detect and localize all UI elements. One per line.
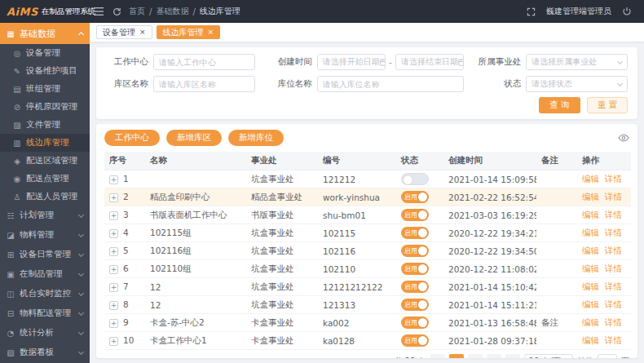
status-toggle[interactable] — [401, 173, 429, 185]
sidebar-section[interactable]: ▧ 数据看板 — [0, 343, 90, 362]
page-button-3[interactable]: 3 — [487, 354, 501, 358]
detail-link[interactable]: 详情 — [605, 263, 622, 273]
page-button-2[interactable]: 2 — [468, 354, 483, 358]
work-center-button[interactable]: 工作中心 — [104, 130, 160, 146]
logout-button[interactable] — [618, 0, 636, 23]
sidebar-section[interactable]: ◫ 机台实时监控 — [0, 284, 90, 303]
edit-link[interactable]: 编辑 — [582, 263, 599, 273]
detail-link[interactable]: 详情 — [605, 228, 622, 237]
fullscreen-button[interactable] — [522, 0, 540, 23]
sidebar-subitem[interactable]: ♙ 配送人员管理 — [0, 188, 90, 206]
status-select[interactable]: 请选择状态 — [526, 76, 628, 92]
row-division: 书版事业处 — [246, 206, 318, 224]
expand-row-button[interactable]: + — [109, 247, 118, 256]
page-size-select[interactable]: 10 条/页 — [524, 354, 573, 358]
close-icon[interactable]: × — [139, 29, 146, 36]
sidebar-subitem[interactable]: ▥ 线边库管理 — [0, 134, 90, 152]
expand-row-button[interactable]: + — [109, 265, 118, 274]
end-date-input[interactable]: 请选择结束日期 — [395, 54, 464, 70]
user-name[interactable]: 巍建管理端管理员 — [546, 6, 611, 17]
add-warehouse-area-button[interactable]: 新增库区 — [166, 130, 222, 146]
edit-link[interactable]: 编辑 — [582, 174, 599, 184]
sidebar-subitem[interactable]: ◉ 配送点管理 — [0, 170, 90, 188]
expand-row-button[interactable]: + — [109, 283, 118, 292]
status-toggle[interactable]: 启用 — [401, 227, 429, 239]
expand-row-button[interactable]: + — [109, 211, 118, 220]
expand-row-button[interactable]: + — [109, 301, 118, 310]
status-toggle[interactable]: 启用 — [401, 191, 429, 203]
sidebar-section[interactable]: ◪ 物料管理 — [0, 225, 90, 245]
sidebar-subitem[interactable]: ▤ 班组管理 — [0, 80, 90, 98]
tab-device-management[interactable]: 设备管理 × — [96, 25, 152, 39]
warehouse-location-input[interactable] — [317, 76, 465, 92]
division-select[interactable]: 请选择所属事业处 — [526, 54, 628, 70]
jump-label: 前往 — [577, 356, 593, 358]
detail-link[interactable]: 详情 — [605, 281, 622, 291]
warehouse-area-input[interactable] — [153, 76, 255, 92]
close-icon[interactable]: × — [208, 29, 214, 36]
status-toggle[interactable]: 启用 — [401, 281, 429, 293]
field-division: 所属事业处 请选择所属事业处 — [475, 54, 628, 70]
chevron-down-icon — [617, 58, 623, 64]
page-button-1[interactable]: 1 — [449, 354, 464, 358]
detail-link[interactable]: 详情 — [605, 174, 622, 184]
next-page-button[interactable] — [505, 354, 520, 358]
detail-link[interactable]: 详情 — [605, 299, 622, 309]
status-toggle[interactable]: 启用 — [401, 209, 429, 221]
edit-link[interactable]: 编辑 — [582, 335, 599, 345]
sidebar-subitem[interactable]: ▨ 文件管理 — [0, 116, 90, 134]
status-toggle-label: 启用 — [404, 246, 417, 255]
edit-link[interactable]: 编辑 — [582, 228, 599, 237]
sidebar-subitem[interactable]: ◎ 设备管理 — [0, 44, 90, 62]
expand-row-button[interactable]: + — [109, 175, 118, 184]
tab-bar: 设备管理 × 线边库管理 × — [90, 23, 644, 42]
start-date-input[interactable]: 请选择开始日期 — [317, 54, 386, 70]
sidebar-section[interactable]: ⊞ 设备日常管理 — [0, 245, 90, 264]
row-note — [536, 224, 577, 242]
column-visibility-button[interactable] — [618, 132, 629, 144]
sidebar-section-label: 在制品管理 — [20, 268, 63, 280]
detail-link[interactable]: 详情 — [605, 317, 622, 327]
detail-link[interactable]: 详情 — [605, 335, 622, 345]
prev-page-button[interactable] — [430, 354, 445, 358]
add-warehouse-location-button[interactable]: 新增库位 — [228, 130, 284, 146]
refresh-button[interactable] — [108, 0, 126, 23]
breadcrumb-basic-data[interactable]: 基础数据 — [156, 6, 188, 17]
breadcrumb-home[interactable]: 首页 — [129, 6, 145, 17]
page-jump-input[interactable]: 1 — [598, 354, 617, 358]
detail-link[interactable]: 详情 — [605, 192, 622, 201]
expand-row-button[interactable]: + — [109, 229, 118, 238]
sidebar-item-basic-data[interactable]: ▦ 基础数据 — [0, 23, 90, 44]
col-division: 事业处 — [246, 152, 318, 170]
status-toggle[interactable]: 启用 — [401, 317, 429, 329]
expand-row-button[interactable]: + — [109, 337, 118, 346]
edit-link[interactable]: 编辑 — [582, 210, 599, 219]
reset-button[interactable]: 重 置 — [587, 97, 628, 113]
status-toggle[interactable]: 启用 — [401, 299, 429, 311]
sidebar-section[interactable]: ⊟ 物料配送管理 — [0, 303, 90, 323]
edit-link[interactable]: 编辑 — [582, 192, 599, 201]
edit-link[interactable]: 编辑 — [582, 281, 599, 291]
expand-row-button[interactable]: + — [109, 319, 118, 328]
edit-link[interactable]: 编辑 — [582, 317, 599, 327]
sidebar-section[interactable]: ▣ 在制品管理 — [0, 264, 90, 284]
sidebar-section[interactable]: ☷ 计划管理 — [0, 206, 90, 225]
collapse-sidebar-button[interactable] — [90, 0, 108, 23]
sidebar-section[interactable]: ◔ 统计分析 — [0, 323, 90, 343]
status-toggle[interactable]: 启用 — [401, 245, 429, 257]
sidebar-subitem[interactable]: ✎ 设备维护项目 — [0, 62, 90, 80]
edit-link[interactable]: 编辑 — [582, 299, 599, 309]
detail-link[interactable]: 详情 — [605, 246, 622, 255]
toggle-knob — [418, 318, 427, 327]
detail-link[interactable]: 详情 — [605, 210, 622, 219]
row-name: 卡盒-苏-中心2 — [145, 314, 246, 332]
sidebar-subitem[interactable]: ◈ 配送区域管理 — [0, 152, 90, 170]
edit-link[interactable]: 编辑 — [582, 246, 599, 255]
tab-line-warehouse[interactable]: 线边库管理 × — [157, 25, 221, 39]
work-center-input[interactable] — [153, 54, 255, 70]
search-button[interactable]: 查 询 — [539, 97, 580, 113]
status-toggle[interactable]: 启用 — [401, 263, 429, 275]
status-toggle[interactable]: 启用 — [401, 334, 429, 347]
sidebar-subitem[interactable]: ⊘ 停机原因管理 — [0, 98, 90, 116]
expand-row-button[interactable]: + — [109, 193, 118, 202]
